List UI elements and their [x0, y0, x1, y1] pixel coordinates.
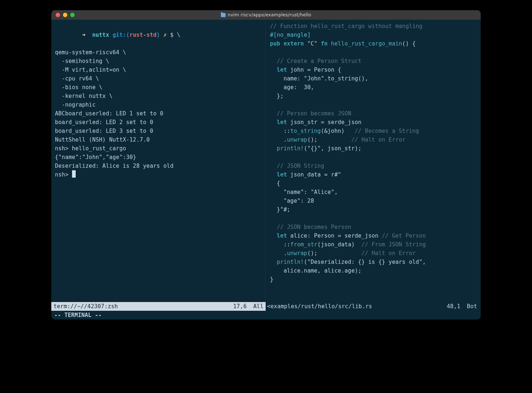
- git-branch: rust-std: [130, 32, 156, 38]
- terminal-line: nsh>: [55, 170, 262, 179]
- scroll-position: Bot: [467, 302, 477, 311]
- code-line: }: [270, 275, 477, 284]
- code-line: "age": 28: [270, 196, 477, 205]
- code-line: {: [270, 179, 477, 188]
- code-line: ::from_str(json_data) // From JSON Strin…: [270, 240, 477, 249]
- terminal-line: -kernel nuttx \: [55, 92, 262, 100]
- code-line: // Function hello_rust_cargo without man…: [270, 22, 477, 31]
- shell-prompt: ➜ nuttx git:(rust-std) ✗ $ \: [55, 22, 262, 48]
- minimize-icon[interactable]: [63, 13, 67, 17]
- code-line: };: [270, 92, 477, 100]
- code-line: ::to_string(&john) // Becomes a String: [270, 127, 477, 135]
- code-line: let json_data = r#": [270, 170, 477, 179]
- close-icon[interactable]: [56, 13, 60, 17]
- code-line: // Person becomes JSON: [270, 109, 477, 118]
- code-line: }"#;: [270, 205, 477, 214]
- code-line: [270, 100, 477, 109]
- terminal-line: -nographic: [55, 100, 262, 109]
- terminal-pane[interactable]: ➜ nuttx git:(rust-std) ✗ $ \ qemu-system…: [51, 20, 266, 302]
- git-dirty-icon: ✗: [163, 32, 167, 38]
- terminal-line: -cpu rv64 \: [55, 74, 262, 83]
- prompt-git: git:: [112, 32, 126, 38]
- buffer-name: term://~//42307:zsh: [53, 302, 118, 311]
- code-line: let alice: Person = serde_json // Get Pe…: [270, 231, 477, 240]
- terminal-window: nvim riscv/apps/examples/rust/hello ➜ nu…: [51, 10, 481, 319]
- cursor-position: 48,1: [447, 302, 460, 311]
- code-line: .unwrap(); // Halt on Error: [270, 135, 477, 144]
- prompt-arrow: ➜: [82, 32, 85, 38]
- status-left-active: term://~//42307:zsh 17,6 All: [51, 302, 266, 311]
- terminal-line: NuttShell (NSH) NuttX-12.7.0: [55, 135, 262, 144]
- zoom-icon[interactable]: [70, 13, 75, 17]
- terminal-line: Deserialized: Alice is 28 years old: [55, 162, 262, 170]
- terminal-line: -semihosting \: [55, 57, 262, 66]
- code-line: alice.name, alice.age);: [270, 266, 477, 275]
- status-right-inactive: <examples/rust/hello/src/lib.rs 48,1 Bot: [266, 302, 481, 311]
- cursor-position: 17,6: [233, 302, 247, 311]
- code-line: // JSON becomes Person: [270, 223, 477, 231]
- code-line: let john = Person {: [270, 66, 477, 74]
- title-text: nvim riscv/apps/examples/rust/hello: [228, 11, 311, 19]
- titlebar: nvim riscv/apps/examples/rust/hello: [51, 10, 481, 20]
- terminal-line: -M virt,aclint=on \: [55, 66, 262, 74]
- code-line: name: "John".to_string(),: [270, 74, 477, 83]
- terminal-line: qemu-system-riscv64 \: [55, 48, 262, 57]
- terminal-line: ABCboard_userled: LED 1 set to 0: [55, 109, 262, 118]
- terminal-line: {"name":"John","age":30}: [55, 153, 262, 162]
- code-line: age: 30,: [270, 83, 477, 92]
- terminal-line: -bios none \: [55, 83, 262, 92]
- editor-panes: ➜ nuttx git:(rust-std) ✗ $ \ qemu-system…: [51, 20, 481, 302]
- code-line: [270, 153, 477, 162]
- prompt-dir: nuttx: [92, 32, 109, 38]
- code-line: // JSON String: [270, 162, 477, 170]
- code-line: // Create a Person Struct: [270, 57, 477, 66]
- code-line: println!("Deserialized: {} is {} years o…: [270, 258, 477, 266]
- code-line: .unwrap(); // Halt on Error: [270, 249, 477, 258]
- scroll-position: All: [253, 302, 263, 311]
- cursor-icon: [72, 170, 76, 178]
- terminal-line: nsh> hello_rust_cargo: [55, 144, 262, 153]
- terminal-line: board_userled: LED 2 set to 0: [55, 118, 262, 127]
- code-line: [270, 48, 477, 57]
- status-line: term://~//42307:zsh 17,6 All <examples/r…: [51, 302, 481, 311]
- code-line: let json_str = serde_json: [270, 118, 477, 127]
- terminal-line: board_userled: LED 3 set to 0: [55, 127, 262, 135]
- code-line: "name": "Alice",: [270, 188, 477, 196]
- code-line: #[no_mangle]: [270, 31, 477, 39]
- mode-indicator: -- TERMINAL --: [51, 311, 481, 319]
- code-line: pub extern "C" fn hello_rust_cargo_main(…: [270, 39, 477, 48]
- buffer-name: <examples/rust/hello/src/lib.rs: [267, 302, 372, 311]
- editor-pane[interactable]: // Function hello_rust_cargo without man…: [266, 20, 481, 302]
- code-line: [270, 214, 477, 223]
- window-title: nvim riscv/apps/examples/rust/hello: [51, 11, 481, 19]
- code-line: println!("{}", json_str);: [270, 144, 477, 153]
- traffic-lights: [56, 13, 75, 17]
- folder-icon: [221, 13, 226, 17]
